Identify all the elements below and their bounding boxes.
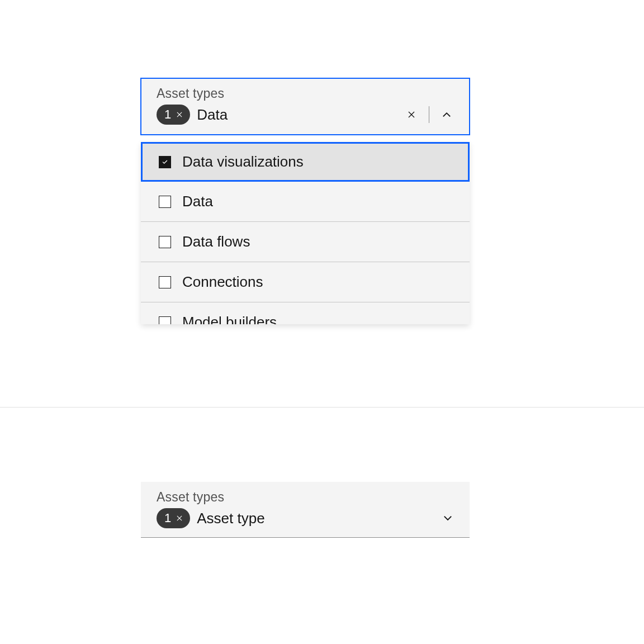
option-connections[interactable]: Connections — [141, 262, 470, 302]
multiselect-input-row: 1 Asset type — [157, 508, 454, 528]
selection-count-tag[interactable]: 1 — [157, 105, 190, 125]
multiselect-option-list: Data visualizations Data Data flows Conn… — [141, 142, 470, 324]
multiselect-asset-types-open: Asset types 1 — [141, 78, 470, 135]
checkbox-checked-icon — [159, 156, 171, 168]
multiselect-filter-input[interactable] — [197, 106, 397, 124]
multiselect-header: Asset types 1 Asset type — [141, 482, 470, 537]
close-icon — [405, 108, 418, 121]
multiselect-label: Asset types — [157, 86, 454, 101]
checkbox-unchecked-icon — [159, 316, 171, 325]
selection-count: 1 — [164, 107, 171, 122]
option-label: Data visualizations — [182, 153, 452, 171]
option-data-flows[interactable]: Data flows — [141, 222, 470, 262]
checkbox-unchecked-icon — [159, 276, 171, 288]
chevron-up-icon — [441, 108, 453, 121]
selection-count-tag[interactable]: 1 — [157, 508, 190, 528]
checkbox-unchecked-icon — [159, 236, 171, 248]
checkbox-unchecked-icon — [159, 196, 171, 208]
clear-input-button[interactable] — [404, 107, 419, 122]
chevron-down-icon — [442, 512, 454, 524]
multiselect-header: Asset types 1 — [141, 78, 470, 135]
close-icon — [174, 513, 184, 523]
selection-count: 1 — [164, 511, 171, 525]
section-divider — [0, 407, 644, 408]
option-label: Data — [182, 193, 452, 210]
multiselect-label: Asset types — [157, 490, 454, 505]
multiselect-placeholder: Asset type — [197, 510, 264, 527]
divider — [429, 106, 429, 123]
option-model-builders[interactable]: Model builders — [141, 302, 470, 324]
close-icon — [174, 110, 184, 120]
option-label: Model builders — [182, 314, 452, 324]
option-label: Data flows — [182, 233, 452, 250]
option-data[interactable]: Data — [141, 182, 470, 222]
multiselect-controls — [404, 106, 454, 123]
multiselect-input-row: 1 — [157, 105, 454, 125]
multiselect-asset-types-closed[interactable]: Asset types 1 Asset type — [141, 482, 470, 538]
collapse-button[interactable] — [439, 107, 454, 122]
option-data-visualizations[interactable]: Data visualizations — [141, 142, 470, 182]
option-label: Connections — [182, 273, 452, 291]
